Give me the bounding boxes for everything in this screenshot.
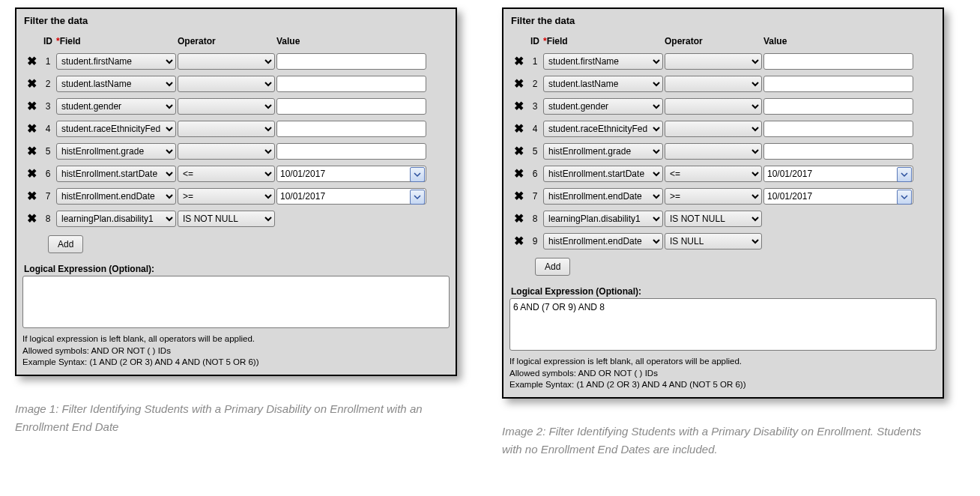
panel-title: Filter the data	[511, 15, 937, 26]
field-select[interactable]: learningPlan.disability1	[56, 211, 176, 227]
delete-row-icon[interactable]: ✖	[514, 145, 524, 157]
operator-select[interactable]	[178, 143, 275, 160]
value-input[interactable]	[276, 166, 426, 182]
operator-select[interactable]: <=	[665, 166, 762, 182]
row-id: 3	[527, 97, 542, 115]
date-picker-icon[interactable]	[410, 167, 425, 182]
image-caption: Image 2: Filter Identifying Students wit…	[502, 423, 944, 459]
delete-row-icon[interactable]: ✖	[27, 212, 37, 225]
value-input[interactable]	[763, 188, 913, 205]
operator-select[interactable]	[178, 76, 275, 92]
operator-select[interactable]	[665, 98, 762, 115]
field-select[interactable]: student.gender	[56, 98, 176, 115]
field-select[interactable]: histEnrollment.startDate	[56, 166, 176, 182]
delete-row-icon[interactable]: ✖	[514, 212, 524, 225]
add-button[interactable]: Add	[48, 235, 83, 253]
delete-row-icon[interactable]: ✖	[514, 122, 524, 135]
field-select[interactable]: histEnrollment.endDate	[543, 233, 663, 249]
operator-select[interactable]	[665, 121, 762, 137]
value-input[interactable]	[276, 121, 426, 137]
field-select[interactable]: learningPlan.disability1	[543, 211, 663, 227]
field-select[interactable]: student.firstName	[56, 53, 176, 70]
field-select[interactable]: student.firstName	[543, 53, 663, 70]
date-picker-icon[interactable]	[897, 190, 912, 205]
value-input[interactable]	[763, 121, 913, 137]
operator-select[interactable]	[665, 53, 762, 70]
value-input[interactable]	[276, 98, 426, 115]
value-input[interactable]	[276, 188, 426, 205]
add-button[interactable]: Add	[535, 258, 570, 276]
row-id: 3	[40, 97, 55, 115]
operator-select[interactable]: >=	[178, 188, 275, 205]
operator-select[interactable]: IS NOT NULL	[178, 211, 275, 227]
row-id: 4	[527, 120, 542, 138]
delete-row-icon[interactable]: ✖	[27, 145, 37, 157]
delete-row-icon[interactable]: ✖	[514, 77, 524, 90]
delete-row-icon[interactable]: ✖	[27, 167, 37, 180]
column-headers: ID*FieldOperatorValue	[509, 35, 914, 48]
image-caption: Image 1: Filter Identifying Students wit…	[15, 400, 457, 436]
help-text: If logical expression is left blank, all…	[509, 356, 937, 391]
delete-row-icon[interactable]: ✖	[27, 55, 37, 67]
field-select[interactable]: histEnrollment.grade	[56, 143, 176, 160]
value-input[interactable]	[763, 53, 913, 70]
field-select[interactable]: student.lastName	[56, 76, 176, 92]
field-select[interactable]: histEnrollment.startDate	[543, 166, 663, 182]
filter-row: ✖2student.lastName	[22, 75, 427, 93]
value-input[interactable]	[276, 53, 426, 70]
delete-row-icon[interactable]: ✖	[27, 77, 37, 90]
value-input[interactable]	[763, 98, 913, 115]
operator-select[interactable]	[665, 143, 762, 160]
panel-title: Filter the data	[24, 15, 450, 26]
operator-select[interactable]	[178, 98, 275, 115]
field-select[interactable]: student.raceEthnicityFed	[56, 121, 176, 137]
operator-select[interactable]: IS NULL	[665, 233, 762, 249]
value-input[interactable]	[276, 76, 426, 92]
row-id: 5	[527, 142, 542, 160]
value-input[interactable]	[763, 143, 913, 160]
operator-select[interactable]	[665, 76, 762, 92]
filter-row: ✖1student.firstName	[509, 52, 914, 70]
field-select[interactable]: student.raceEthnicityFed	[543, 121, 663, 137]
delete-row-icon[interactable]: ✖	[27, 100, 37, 112]
operator-select[interactable]: IS NOT NULL	[665, 211, 762, 227]
delete-row-icon[interactable]: ✖	[514, 167, 524, 180]
row-id: 1	[527, 52, 542, 70]
logical-expression-label: Logical Expression (Optional):	[511, 286, 937, 297]
logical-expression-input[interactable]	[22, 276, 450, 328]
row-id: 1	[40, 52, 55, 70]
filter-row: ✖2student.lastName	[509, 75, 914, 93]
filter-row: ✖4student.raceEthnicityFed	[509, 120, 914, 138]
field-select[interactable]: histEnrollment.endDate	[543, 188, 663, 205]
delete-row-icon[interactable]: ✖	[27, 190, 37, 202]
filter-row: ✖1student.firstName	[22, 52, 427, 70]
value-input[interactable]	[276, 143, 426, 160]
date-picker-icon[interactable]	[410, 190, 425, 205]
delete-row-icon[interactable]: ✖	[27, 122, 37, 135]
filter-panel: Filter the dataID*FieldOperatorValue✖1st…	[15, 7, 457, 376]
filter-row: ✖7histEnrollment.endDate>=	[509, 187, 914, 205]
field-select[interactable]: student.gender	[543, 98, 663, 115]
delete-row-icon[interactable]: ✖	[514, 55, 524, 67]
row-id: 6	[527, 165, 542, 183]
logical-expression-input[interactable]: 6 AND (7 OR 9) AND 8	[509, 298, 937, 351]
row-id: 2	[40, 75, 55, 93]
operator-select[interactable]: >=	[665, 188, 762, 205]
delete-row-icon[interactable]: ✖	[514, 235, 524, 247]
filter-row: ✖8learningPlan.disability1IS NOT NULL	[22, 210, 427, 228]
date-picker-icon[interactable]	[897, 167, 912, 182]
row-id: 8	[40, 210, 55, 228]
operator-select[interactable]	[178, 121, 275, 137]
field-select[interactable]: histEnrollment.grade	[543, 143, 663, 160]
operator-select[interactable]	[178, 53, 275, 70]
filter-row: ✖6histEnrollment.startDate<=	[22, 165, 427, 183]
field-select[interactable]: student.lastName	[543, 76, 663, 92]
value-input[interactable]	[763, 76, 913, 92]
delete-row-icon[interactable]: ✖	[514, 100, 524, 112]
row-id: 5	[40, 142, 55, 160]
filter-row: ✖3student.gender	[509, 97, 914, 115]
delete-row-icon[interactable]: ✖	[514, 190, 524, 202]
field-select[interactable]: histEnrollment.endDate	[56, 188, 176, 205]
value-input[interactable]	[763, 166, 913, 182]
operator-select[interactable]: <=	[178, 166, 275, 182]
